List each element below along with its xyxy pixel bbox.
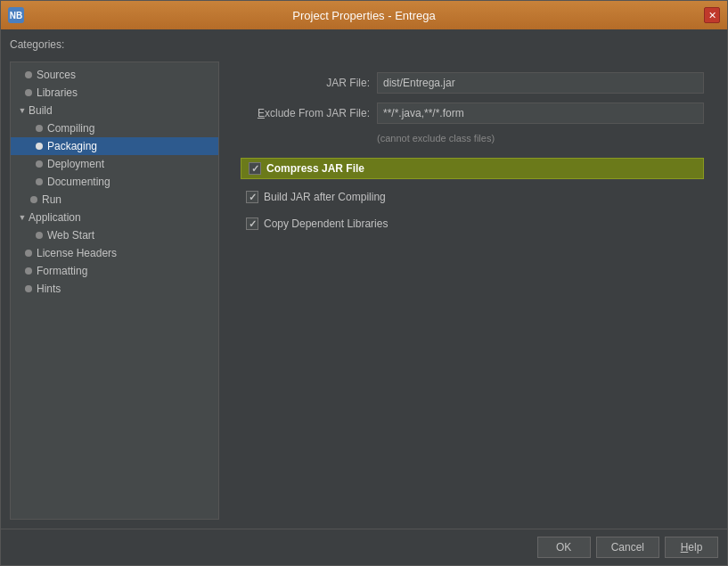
bullet-icon <box>25 267 32 275</box>
jar-file-label: JAR File: <box>241 77 370 89</box>
compress-jar-checkbox-label[interactable]: Compress JAR File <box>249 162 364 175</box>
sidebar-item-web-start[interactable]: Web Start <box>11 226 218 244</box>
sidebar-item-sources[interactable]: Sources <box>11 66 218 84</box>
sidebar-item-hints[interactable]: Hints <box>11 280 218 298</box>
copy-dep-label: Copy Dependent Libraries <box>264 217 388 230</box>
bullet-icon <box>25 285 32 292</box>
sidebar-item-build[interactable]: ▼ Build <box>11 102 218 119</box>
bullet-icon <box>25 250 32 257</box>
exclude-jar-row: Exclude From JAR File: <box>241 103 704 124</box>
jar-file-input[interactable] <box>377 72 704 94</box>
cancel-button[interactable]: Cancel <box>596 537 659 558</box>
build-jar-label: Build JAR after Compiling <box>264 191 386 203</box>
exclude-label-text: Exclude From JAR File: <box>258 107 370 119</box>
build-jar-checkbox[interactable] <box>246 191 258 203</box>
copy-dep-checkbox[interactable] <box>246 217 258 230</box>
bullet-icon <box>36 125 43 132</box>
hint-text: (cannot exclude class files) <box>377 133 704 144</box>
compress-jar-checkbox[interactable] <box>249 162 261 175</box>
help-button[interactable]: Help <box>665 537 718 558</box>
content-area: Sources Libraries ▼ Build Compiling <box>10 62 718 520</box>
dialog-body: Categories: Sources Libraries ▼ Build <box>1 29 727 529</box>
sidebar-item-deployment[interactable]: Deployment <box>11 155 218 173</box>
sidebar-item-run[interactable]: Run <box>11 191 218 209</box>
build-jar-row: Build JAR after Compiling <box>241 188 704 206</box>
build-jar-checkbox-label[interactable]: Build JAR after Compiling <box>246 191 386 203</box>
sidebar-item-documenting[interactable]: Documenting <box>11 173 218 191</box>
button-bar: OK Cancel Help <box>1 529 727 565</box>
bullet-icon <box>36 143 43 150</box>
exclude-jar-input[interactable] <box>377 103 704 124</box>
bullet-icon <box>36 160 43 168</box>
arrow-down-icon: ▼ <box>16 104 29 117</box>
sidebar-tree: Sources Libraries ▼ Build Compiling <box>10 62 219 520</box>
sidebar-item-formatting[interactable]: Formatting <box>11 262 218 280</box>
sidebar-item-application[interactable]: ▼ Application <box>11 209 218 226</box>
app-icon: NB <box>8 7 24 23</box>
jar-file-row: JAR File: <box>241 72 704 94</box>
bullet-icon <box>30 196 37 203</box>
exclude-jar-label: Exclude From JAR File: <box>241 107 370 119</box>
compress-jar-row: Compress JAR File <box>241 158 704 179</box>
copy-dep-row: Copy Dependent Libraries <box>241 215 704 233</box>
categories-label: Categories: <box>10 38 718 51</box>
sidebar-item-packaging[interactable]: Packaging <box>11 137 218 155</box>
bullet-icon <box>25 71 32 78</box>
main-panel: JAR File: Exclude From JAR File: (cannot… <box>226 62 718 520</box>
project-properties-dialog: NB Project Properties - Entrega ✕ Catego… <box>0 0 728 566</box>
compress-jar-label: Compress JAR File <box>266 162 364 175</box>
bullet-icon <box>36 178 43 185</box>
sidebar-item-compiling[interactable]: Compiling <box>11 119 218 137</box>
sidebar-item-license-headers[interactable]: License Headers <box>11 244 218 262</box>
dialog-title: Project Properties - Entrega <box>24 9 704 22</box>
close-button[interactable]: ✕ <box>704 7 720 23</box>
bullet-icon <box>36 232 43 239</box>
copy-dep-checkbox-label[interactable]: Copy Dependent Libraries <box>246 217 388 230</box>
title-bar: NB Project Properties - Entrega ✕ <box>1 1 727 29</box>
arrow-down-icon: ▼ <box>16 211 29 224</box>
ok-button[interactable]: OK <box>537 537 591 558</box>
sidebar-item-libraries[interactable]: Libraries <box>11 84 218 102</box>
bullet-icon <box>25 89 32 96</box>
